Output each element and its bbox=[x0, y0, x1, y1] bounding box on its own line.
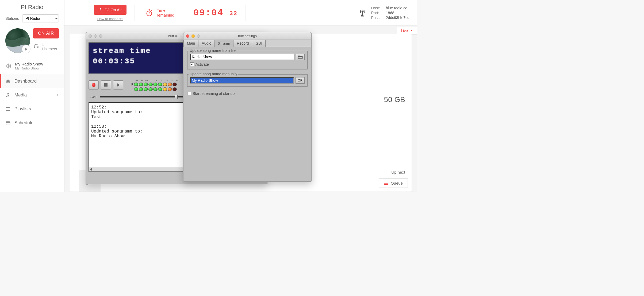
port-label: Port: bbox=[371, 11, 381, 15]
tab-gui[interactable]: GUI bbox=[252, 40, 266, 47]
stations-label: Stations bbox=[5, 16, 19, 21]
nav-playlists[interactable]: Playlists bbox=[0, 102, 64, 116]
divider bbox=[246, 5, 246, 21]
list-icon bbox=[5, 106, 11, 112]
nav-dashboard-label: Dashboard bbox=[14, 79, 37, 84]
butt-settings-window: butt settings Main Audio Stream Record G… bbox=[183, 32, 312, 182]
time-remaining-section: Time remaining bbox=[135, 8, 185, 18]
calendar-icon bbox=[5, 120, 11, 126]
listeners-label: Listeners bbox=[42, 47, 57, 51]
antenna-icon bbox=[358, 9, 366, 17]
vu-meter: -5030201240+136 R L bbox=[130, 79, 179, 91]
transport-buttons bbox=[89, 80, 123, 89]
song-file-input[interactable] bbox=[190, 54, 294, 60]
folder-icon bbox=[298, 55, 303, 59]
storage-text: 50 GB bbox=[384, 95, 405, 104]
startup-row[interactable]: Start streaming at startup bbox=[187, 91, 308, 96]
stopwatch-icon bbox=[145, 9, 153, 17]
tab-main[interactable]: Main bbox=[183, 40, 198, 47]
chevron-up-icon bbox=[410, 30, 413, 32]
svg-rect-0 bbox=[6, 121, 10, 125]
play-icon bbox=[117, 83, 120, 87]
tab-stream[interactable]: Stream bbox=[214, 40, 233, 47]
mic-icon bbox=[99, 8, 102, 11]
connection-grid: Host:blue.radio.co Port:1868 Pass:2ddc93… bbox=[371, 6, 409, 20]
now-playing: My Radio Show My Radio Show bbox=[0, 58, 64, 74]
ok-button[interactable]: OK bbox=[296, 77, 305, 84]
port-value: 1868 bbox=[386, 11, 409, 15]
listeners-row: 1 Listeners bbox=[33, 42, 59, 51]
activate-row[interactable]: Activate bbox=[190, 62, 305, 67]
pass-label: Pass: bbox=[371, 15, 381, 20]
play-button[interactable] bbox=[113, 80, 123, 89]
now-playing-title: My Radio Show bbox=[15, 62, 43, 66]
vol-min-label: -24dB bbox=[90, 95, 97, 99]
stop-icon bbox=[104, 83, 108, 87]
record-button[interactable] bbox=[89, 80, 99, 89]
listeners-count: 1 bbox=[42, 42, 44, 46]
station-select[interactable]: PI Radio bbox=[22, 14, 59, 22]
stop-button[interactable] bbox=[101, 80, 111, 89]
dj-on-air-button[interactable]: DJ On Air bbox=[94, 5, 126, 15]
time-label: Time remaining bbox=[157, 8, 174, 18]
hamburger-icon bbox=[384, 182, 388, 185]
station-avatar bbox=[5, 28, 30, 53]
nav-playlists-label: Playlists bbox=[14, 106, 31, 112]
tab-record[interactable]: Record bbox=[233, 40, 252, 47]
volume-thumb[interactable] bbox=[175, 95, 178, 99]
tab-audio[interactable]: Audio bbox=[198, 40, 215, 47]
station-hero: ON AIR 1 Listeners bbox=[0, 26, 64, 58]
nav-dashboard[interactable]: Dashboard bbox=[0, 74, 64, 88]
song-manual-input[interactable] bbox=[190, 77, 294, 84]
dj-section: DJ On Air How to connect? bbox=[86, 5, 135, 21]
nav-media-label: Media bbox=[14, 92, 27, 98]
nav-media[interactable]: Media bbox=[0, 88, 64, 102]
hero-right: ON AIR 1 Listeners bbox=[33, 28, 59, 51]
station-title: PI Radio bbox=[0, 0, 64, 13]
activate-label: Activate bbox=[195, 62, 209, 67]
queue-button[interactable]: Queue bbox=[379, 178, 408, 188]
up-next-label: Up next bbox=[391, 170, 405, 174]
host-value: blue.radio.co bbox=[386, 6, 409, 10]
update-from-file-fieldset: Update song name from file Activate bbox=[187, 51, 308, 69]
settings-window-title: butt settings bbox=[183, 34, 311, 38]
record-icon bbox=[92, 83, 95, 87]
dj-label: DJ On Air bbox=[105, 7, 122, 12]
fs2-label: Update song name manually bbox=[189, 72, 238, 76]
now-playing-text: My Radio Show My Radio Show bbox=[15, 62, 43, 70]
now-playing-sub: My Radio Show bbox=[15, 66, 43, 70]
play-icon[interactable] bbox=[22, 45, 30, 53]
listeners-text: 1 Listeners bbox=[42, 42, 59, 51]
speaker-icon bbox=[5, 63, 11, 69]
meter-ticks: -5030201240+136 bbox=[134, 79, 179, 81]
time-digits: 09:04 32 bbox=[185, 8, 246, 18]
home-icon bbox=[5, 79, 11, 84]
on-air-button[interactable]: ON AIR bbox=[33, 28, 59, 38]
topbar: DJ On Air How to connect? Time remaining… bbox=[64, 0, 417, 26]
settings-tabs: Main Audio Stream Record GUI bbox=[183, 40, 311, 47]
nav-schedule[interactable]: Schedule bbox=[0, 116, 64, 130]
activate-checkbox[interactable] bbox=[190, 63, 194, 66]
startup-label: Start streaming at startup bbox=[193, 91, 235, 96]
nav: Dashboard Media Playlists Schedule bbox=[0, 74, 64, 130]
connection-section: Host:blue.radio.co Port:1868 Pass:2ddc93… bbox=[350, 6, 417, 20]
station-row: Stations PI Radio bbox=[0, 13, 64, 26]
music-icon bbox=[5, 92, 11, 98]
startup-checkbox[interactable] bbox=[187, 92, 191, 95]
chevron-right-icon bbox=[56, 94, 59, 96]
fs1-label: Update song name from file bbox=[189, 48, 237, 53]
settings-body: Update song name from file Activate Upda… bbox=[183, 47, 311, 99]
how-to-connect-link[interactable]: How to connect? bbox=[97, 17, 123, 21]
browse-file-button[interactable] bbox=[296, 54, 305, 60]
nav-schedule-label: Schedule bbox=[14, 120, 33, 126]
headphones-icon bbox=[33, 43, 39, 50]
host-label: Host: bbox=[371, 6, 381, 10]
pass-value: 2ddc93f1e7cc bbox=[386, 15, 409, 20]
sidebar: PI Radio Stations PI Radio ON AIR 1 List… bbox=[0, 0, 64, 192]
update-manually-fieldset: Update song name manually OK bbox=[187, 74, 308, 87]
settings-titlebar[interactable]: butt settings bbox=[183, 32, 311, 40]
